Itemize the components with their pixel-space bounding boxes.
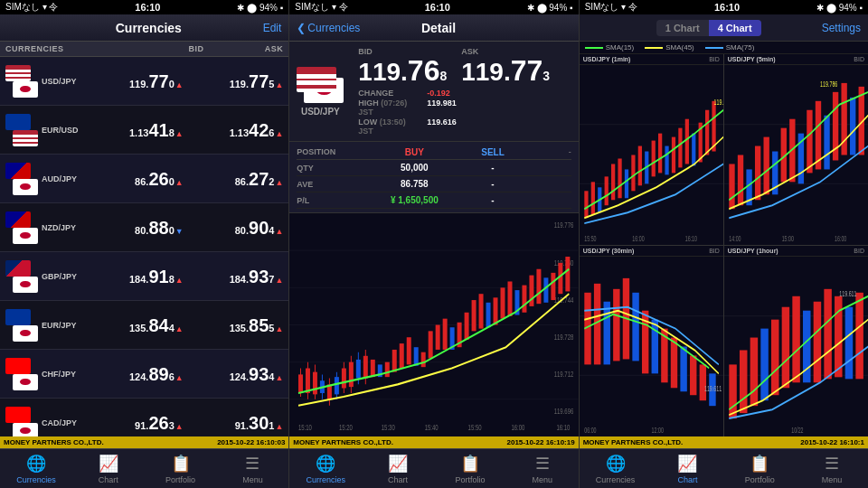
svg-rect-145 [781, 307, 788, 389]
globe-icon: 🌐 [26, 454, 46, 474]
ask-main-eurusd: 42 [249, 121, 269, 139]
table-header: CURRENCIES BID ASK [0, 42, 288, 57]
bid-main-chfjpy: 89 [148, 365, 168, 383]
svg-rect-151 [845, 307, 853, 380]
svg-rect-130 [680, 347, 686, 392]
tab-currencies-3[interactable]: 🌐 Currencies [580, 449, 652, 488]
ask-arrow-cadjpy: ▲ [275, 423, 283, 431]
mini-chart-body-1: 119.784 119.772 119.652 [580, 65, 723, 245]
change-value: -0.192 [427, 89, 450, 98]
pair-label-cadjpy: CAD/JPY [42, 418, 83, 427]
carrier-2: SIMなし ▾ 令 [295, 1, 347, 14]
bid-chfjpy: 124. 89 6 ▲ [83, 365, 184, 383]
svg-text:06:00: 06:00 [584, 425, 597, 435]
col-bid: BID [125, 44, 204, 53]
bid-main-eurjpy: 84 [148, 316, 168, 334]
tab-currencies-2[interactable]: 🌐 Currencies [289, 449, 362, 488]
tab-currencies-1[interactable]: 🌐 Currencies [0, 449, 72, 488]
tab-menu-3[interactable]: ☰ Menu [796, 449, 868, 488]
flag-jp6 [13, 374, 38, 390]
row-eurusd[interactable]: EUR/USD 1.13 41 8 ▲ 1.13 42 6 ▲ [0, 106, 288, 155]
bid-arrow-eurusd: ▲ [175, 130, 184, 138]
tab-chart-1[interactable]: 📈 Chart [72, 449, 145, 488]
toggle-1chart[interactable]: 1 Chart [656, 20, 709, 36]
flag-jp7 [13, 423, 38, 437]
bid-prefix-gbpjpy: 184. [129, 275, 148, 285]
svg-text:14:00: 14:00 [729, 233, 741, 243]
flag-ch [5, 358, 31, 374]
svg-rect-76 [625, 169, 628, 198]
tab-menu-2[interactable]: ☰ Menu [506, 449, 579, 488]
datetime-2: 2015-10-22 16:10:19 [506, 438, 574, 446]
edit-button[interactable]: Edit [263, 22, 282, 34]
svg-rect-56 [544, 277, 549, 302]
svg-rect-132 [699, 364, 705, 400]
mini-chart-1hour: USD/JPY (1hour) BID 120.108 119.500 [724, 246, 868, 436]
low-value: 119.616 [427, 117, 457, 136]
svg-text:16:00: 16:00 [835, 233, 847, 243]
svg-rect-55 [537, 269, 542, 304]
svg-rect-111 [850, 98, 855, 155]
time-1: 16:10 [135, 2, 160, 13]
buy-header[interactable]: BUY [375, 147, 454, 157]
settings-button[interactable]: Settings [822, 22, 861, 34]
ask-prefix-eurjpy: 135. [230, 324, 249, 333]
tab-chart-2[interactable]: 📈 Chart [362, 449, 434, 488]
row-cadjpy[interactable]: CAD/JPY 91. 26 3 ▲ 91. 30 1 ▲ [0, 399, 288, 436]
toggle-4chart[interactable]: 4 Chart [709, 20, 761, 36]
svg-rect-123 [613, 289, 619, 361]
row-chfjpy[interactable]: CHF/JPY 124. 89 6 ▲ 124. 93 4 ▲ [0, 350, 288, 399]
bid-main-eurusd: 41 [148, 121, 168, 139]
tab-portfolio-label-2: Portfolio [455, 475, 485, 484]
svg-text:16:10: 16:10 [684, 233, 697, 243]
nav-bar-1: Currencies Edit [0, 14, 288, 42]
flag-jp2 [13, 179, 38, 195]
currencies-panel: SIMなし ▾ 令 16:10 ✱ ⬤ 94% ▪ Currencies Edi… [0, 0, 289, 488]
globe-icon-2: 🌐 [316, 454, 335, 474]
tab-bar-1: 🌐 Currencies 📈 Chart 📋 Portfolio ☰ Menu [0, 448, 288, 488]
bid-prefix-eurusd: 1.13 [129, 128, 148, 138]
detail-title: Detail [360, 21, 516, 35]
svg-rect-108 [824, 116, 829, 170]
sma-legend: SMA(15) SMA(45) SMA(75) [580, 42, 868, 54]
row-usdjpy[interactable]: USD/JPY 119. 77 0 ▲ 119. 77 5 ▲ [0, 57, 288, 106]
qty-value: 50,000 [375, 163, 454, 173]
high-label: HIGH (07:26) JST [358, 99, 421, 117]
four-chart-grid: USD/JPY (1min) BID 119.784 119.772 119.6… [580, 54, 868, 436]
tab-portfolio-3[interactable]: 📋 Portfolio [723, 449, 796, 488]
mini-chart-1min: USD/JPY (1min) BID 119.784 119.772 119.6… [580, 54, 723, 245]
flag-us2 [13, 130, 38, 146]
portfolio-icon-1: 📋 [171, 454, 191, 474]
bid-arrow-chfjpy: ▲ [175, 374, 184, 382]
back-button[interactable]: ❮ Currencies [297, 22, 360, 34]
bid-prefix-usdjpy: 119. [129, 80, 148, 89]
tab-currencies-label-1: Currencies [16, 475, 56, 484]
qty-label: QTY [297, 164, 375, 173]
svg-rect-50 [501, 287, 505, 318]
svg-text:15:10: 15:10 [298, 423, 312, 432]
row-gbpjpy[interactable]: GBP/JPY 184. 91 8 ▲ 184. 93 7 ▲ [0, 252, 288, 301]
row-audjpy[interactable]: AUD/JPY 86. 26 0 ▲ 86. 27 2 ▲ [0, 155, 288, 203]
ask-arrow-chfjpy: ▲ [275, 374, 283, 382]
svg-rect-37 [407, 337, 411, 364]
row-nzdjpy[interactable]: NZD/JPY 80. 88 0 ▼ 80. 90 4 ▲ [0, 203, 288, 252]
svg-text:10/22: 10/22 [791, 425, 804, 435]
bid-arrow-cadjpy: ▲ [175, 423, 184, 431]
sell-header[interactable]: SELL [454, 147, 533, 157]
ask-main-usdjpy: 77 [249, 72, 269, 90]
flag-eu2 [5, 309, 31, 325]
detail-header: USD/JPY BID 119. 76 8 ASK 119. 77 [289, 42, 578, 142]
row-eurjpy[interactable]: EUR/JPY 135. 84 4 ▲ 135. 85 5 ▲ [0, 301, 288, 350]
svg-rect-131 [690, 355, 696, 395]
ask-chfjpy: 124. 93 4 ▲ [184, 365, 284, 383]
portfolio-icon-3: 📋 [750, 454, 769, 474]
tab-menu-1[interactable]: ☰ Menu [216, 449, 288, 488]
ask-sub-usdjpy: 5 [269, 80, 274, 89]
sma75-line [705, 47, 723, 49]
tab-portfolio-1[interactable]: 📋 Portfolio [145, 449, 217, 488]
bid-audjpy: 86. 26 0 ▲ [83, 170, 184, 188]
tab-portfolio-2[interactable]: 📋 Portfolio [434, 449, 506, 488]
tab-chart-3[interactable]: 📈 Chart [651, 449, 723, 488]
svg-rect-74 [611, 164, 615, 200]
svg-rect-57 [552, 273, 556, 300]
